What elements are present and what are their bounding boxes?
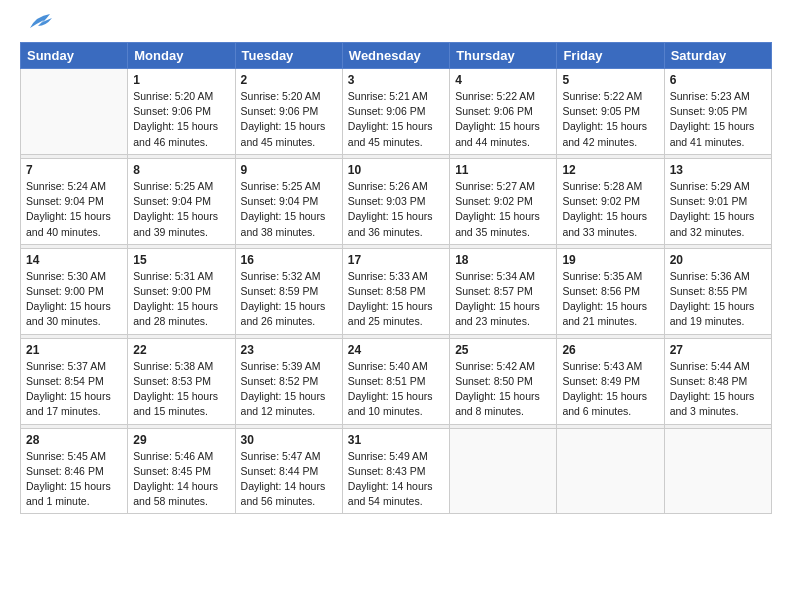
- daylight-text: Daylight: 15 hours and 45 minutes.: [348, 119, 444, 149]
- sunrise-text: Sunrise: 5:43 AM: [562, 359, 658, 374]
- daylight-text: Daylight: 14 hours and 56 minutes.: [241, 479, 337, 509]
- calendar-cell: 22Sunrise: 5:38 AMSunset: 8:53 PMDayligh…: [128, 338, 235, 424]
- day-info: Sunrise: 5:37 AMSunset: 8:54 PMDaylight:…: [26, 359, 122, 420]
- sunrise-text: Sunrise: 5:29 AM: [670, 179, 766, 194]
- calendar-cell: 6Sunrise: 5:23 AMSunset: 9:05 PMDaylight…: [664, 69, 771, 155]
- sunrise-text: Sunrise: 5:25 AM: [133, 179, 229, 194]
- daylight-text: Daylight: 14 hours and 58 minutes.: [133, 479, 229, 509]
- sunset-text: Sunset: 9:00 PM: [26, 284, 122, 299]
- day-number: 15: [133, 253, 229, 267]
- sunset-text: Sunset: 8:51 PM: [348, 374, 444, 389]
- sunrise-text: Sunrise: 5:42 AM: [455, 359, 551, 374]
- daylight-text: Daylight: 15 hours and 17 minutes.: [26, 389, 122, 419]
- day-number: 6: [670, 73, 766, 87]
- sunset-text: Sunset: 9:06 PM: [241, 104, 337, 119]
- day-info: Sunrise: 5:20 AMSunset: 9:06 PMDaylight:…: [133, 89, 229, 150]
- sunrise-text: Sunrise: 5:33 AM: [348, 269, 444, 284]
- daylight-text: Daylight: 15 hours and 35 minutes.: [455, 209, 551, 239]
- day-number: 25: [455, 343, 551, 357]
- sunset-text: Sunset: 8:58 PM: [348, 284, 444, 299]
- day-info: Sunrise: 5:27 AMSunset: 9:02 PMDaylight:…: [455, 179, 551, 240]
- daylight-text: Daylight: 15 hours and 28 minutes.: [133, 299, 229, 329]
- week-row: 28Sunrise: 5:45 AMSunset: 8:46 PMDayligh…: [21, 428, 772, 514]
- sunset-text: Sunset: 9:05 PM: [670, 104, 766, 119]
- daylight-text: Daylight: 15 hours and 45 minutes.: [241, 119, 337, 149]
- daylight-text: Daylight: 15 hours and 42 minutes.: [562, 119, 658, 149]
- calendar-cell: 18Sunrise: 5:34 AMSunset: 8:57 PMDayligh…: [450, 248, 557, 334]
- sunrise-text: Sunrise: 5:24 AM: [26, 179, 122, 194]
- day-number: 13: [670, 163, 766, 177]
- week-row: 7Sunrise: 5:24 AMSunset: 9:04 PMDaylight…: [21, 158, 772, 244]
- day-info: Sunrise: 5:30 AMSunset: 9:00 PMDaylight:…: [26, 269, 122, 330]
- sunset-text: Sunset: 8:59 PM: [241, 284, 337, 299]
- day-info: Sunrise: 5:34 AMSunset: 8:57 PMDaylight:…: [455, 269, 551, 330]
- sunrise-text: Sunrise: 5:28 AM: [562, 179, 658, 194]
- day-info: Sunrise: 5:24 AMSunset: 9:04 PMDaylight:…: [26, 179, 122, 240]
- weekday-header: Tuesday: [235, 43, 342, 69]
- calendar-cell: 11Sunrise: 5:27 AMSunset: 9:02 PMDayligh…: [450, 158, 557, 244]
- sunrise-text: Sunrise: 5:32 AM: [241, 269, 337, 284]
- day-number: 5: [562, 73, 658, 87]
- sunset-text: Sunset: 9:04 PM: [133, 194, 229, 209]
- weekday-header: Thursday: [450, 43, 557, 69]
- calendar-cell: 24Sunrise: 5:40 AMSunset: 8:51 PMDayligh…: [342, 338, 449, 424]
- calendar-cell: 26Sunrise: 5:43 AMSunset: 8:49 PMDayligh…: [557, 338, 664, 424]
- sunrise-text: Sunrise: 5:47 AM: [241, 449, 337, 464]
- calendar-cell: 30Sunrise: 5:47 AMSunset: 8:44 PMDayligh…: [235, 428, 342, 514]
- sunrise-text: Sunrise: 5:44 AM: [670, 359, 766, 374]
- day-info: Sunrise: 5:49 AMSunset: 8:43 PMDaylight:…: [348, 449, 444, 510]
- sunset-text: Sunset: 8:54 PM: [26, 374, 122, 389]
- logo: [20, 20, 54, 34]
- day-number: 11: [455, 163, 551, 177]
- day-info: Sunrise: 5:23 AMSunset: 9:05 PMDaylight:…: [670, 89, 766, 150]
- day-number: 10: [348, 163, 444, 177]
- day-number: 30: [241, 433, 337, 447]
- page-header: [20, 20, 772, 34]
- day-info: Sunrise: 5:44 AMSunset: 8:48 PMDaylight:…: [670, 359, 766, 420]
- daylight-text: Daylight: 15 hours and 1 minute.: [26, 479, 122, 509]
- sunrise-text: Sunrise: 5:23 AM: [670, 89, 766, 104]
- day-number: 2: [241, 73, 337, 87]
- weekday-header: Sunday: [21, 43, 128, 69]
- day-info: Sunrise: 5:32 AMSunset: 8:59 PMDaylight:…: [241, 269, 337, 330]
- sunrise-text: Sunrise: 5:20 AM: [133, 89, 229, 104]
- calendar-cell: 4Sunrise: 5:22 AMSunset: 9:06 PMDaylight…: [450, 69, 557, 155]
- day-info: Sunrise: 5:25 AMSunset: 9:04 PMDaylight:…: [133, 179, 229, 240]
- day-number: 27: [670, 343, 766, 357]
- calendar-cell: [450, 428, 557, 514]
- day-number: 26: [562, 343, 658, 357]
- day-number: 1: [133, 73, 229, 87]
- daylight-text: Daylight: 15 hours and 23 minutes.: [455, 299, 551, 329]
- logo-bird-icon: [22, 12, 54, 34]
- calendar-cell: 7Sunrise: 5:24 AMSunset: 9:04 PMDaylight…: [21, 158, 128, 244]
- daylight-text: Daylight: 15 hours and 39 minutes.: [133, 209, 229, 239]
- sunrise-text: Sunrise: 5:20 AM: [241, 89, 337, 104]
- sunset-text: Sunset: 9:02 PM: [455, 194, 551, 209]
- calendar-cell: 8Sunrise: 5:25 AMSunset: 9:04 PMDaylight…: [128, 158, 235, 244]
- sunset-text: Sunset: 9:01 PM: [670, 194, 766, 209]
- calendar-cell: 25Sunrise: 5:42 AMSunset: 8:50 PMDayligh…: [450, 338, 557, 424]
- day-info: Sunrise: 5:25 AMSunset: 9:04 PMDaylight:…: [241, 179, 337, 240]
- day-info: Sunrise: 5:20 AMSunset: 9:06 PMDaylight:…: [241, 89, 337, 150]
- day-info: Sunrise: 5:38 AMSunset: 8:53 PMDaylight:…: [133, 359, 229, 420]
- sunset-text: Sunset: 8:48 PM: [670, 374, 766, 389]
- daylight-text: Daylight: 15 hours and 12 minutes.: [241, 389, 337, 419]
- day-number: 22: [133, 343, 229, 357]
- daylight-text: Daylight: 15 hours and 3 minutes.: [670, 389, 766, 419]
- weekday-header: Saturday: [664, 43, 771, 69]
- sunset-text: Sunset: 8:56 PM: [562, 284, 658, 299]
- daylight-text: Daylight: 15 hours and 30 minutes.: [26, 299, 122, 329]
- calendar-cell: 29Sunrise: 5:46 AMSunset: 8:45 PMDayligh…: [128, 428, 235, 514]
- calendar-cell: 10Sunrise: 5:26 AMSunset: 9:03 PMDayligh…: [342, 158, 449, 244]
- sunset-text: Sunset: 8:53 PM: [133, 374, 229, 389]
- sunset-text: Sunset: 9:04 PM: [26, 194, 122, 209]
- day-number: 14: [26, 253, 122, 267]
- sunrise-text: Sunrise: 5:26 AM: [348, 179, 444, 194]
- sunrise-text: Sunrise: 5:36 AM: [670, 269, 766, 284]
- daylight-text: Daylight: 15 hours and 38 minutes.: [241, 209, 337, 239]
- day-number: 9: [241, 163, 337, 177]
- day-number: 7: [26, 163, 122, 177]
- calendar-cell: 27Sunrise: 5:44 AMSunset: 8:48 PMDayligh…: [664, 338, 771, 424]
- weekday-header: Friday: [557, 43, 664, 69]
- sunset-text: Sunset: 8:43 PM: [348, 464, 444, 479]
